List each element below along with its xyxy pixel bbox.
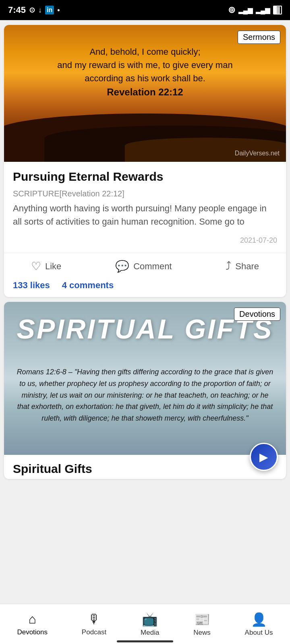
card2-image: SPIRITUAL GIFTS Romans 12:6-8 – "Having … [4,302,286,455]
download-icon: ↓ [38,6,42,14]
mic-icon: 🎙 [88,612,101,627]
card-date: 2021-07-20 [13,236,277,245]
sermons-tag[interactable]: Sermons [238,31,280,44]
news-icon: 📰 [194,612,210,627]
card2-title: Spiritual Gifts [4,455,286,479]
nav-news[interactable]: 📰 News [189,609,215,639]
person-icon: 👤 [251,612,267,627]
nav-devotions[interactable]: ⌂ Devotions [13,609,52,639]
nav-podcast-label: Podcast [82,628,106,636]
nav-media-label: Media [141,629,159,637]
share-icon: ⤴ [226,260,231,273]
status-time: 7:45 [8,5,26,15]
devotions-card: SPIRITUAL GIFTS Romans 12:6-8 – "Having … [4,302,286,479]
battery-icon: ▓ [273,6,282,14]
comment-icon: 💬 [115,260,129,273]
status-bar: 7:45 ⊙ ↓ in • ⊚ ▂▄▆ ▂▄▆ ▓ [0,0,290,20]
home-indicator [117,640,173,642]
status-right: ⊚ ▂▄▆ ▂▄▆ ▓ [228,5,282,15]
wifi-icon: ⊚ [228,5,235,15]
linkedin-icon: in [45,6,54,14]
image-background: And, behold, I come quickly; and my rewa… [4,25,286,162]
share-button[interactable]: ⤴ Share [220,258,265,275]
tv-icon: 📺 [142,612,158,627]
floating-play-button[interactable]: ▶ [250,443,278,471]
comment-label: Comment [133,261,172,272]
nav-news-label: News [193,629,211,637]
card-excerpt: Anything worth having is worth pursuing!… [13,202,277,228]
signal-icon: ▂▄▆ [238,6,253,14]
comments-count[interactable]: 4 comments [62,280,114,291]
nav-about-us[interactable]: 👤 About Us [241,609,277,639]
nav-devotions-label: Devotions [17,628,48,636]
like-label: Like [45,261,61,272]
like-button[interactable]: ♡ Like [25,257,67,275]
card2-image-bg: SPIRITUAL GIFTS Romans 12:6-8 – "Having … [4,302,286,455]
nav-about-label: About Us [245,629,273,637]
devotions-tag[interactable]: Devotions [234,308,280,321]
comment-button[interactable]: 💬 Comment [110,257,177,275]
dot-icon: • [57,6,60,14]
card-content: Pursuing Eternal Rewards SCRIPTURE[Revel… [4,162,286,253]
card-scripture: SCRIPTURE[Revelation 22:12] [13,189,277,198]
verse-credit: DailyVerses.net [235,150,280,157]
nav-podcast[interactable]: 🎙 Podcast [78,609,110,639]
spiritual-gifts-scripture: Romans 12:6-8 – "Having then gifts diffe… [16,366,274,424]
heart-icon: ♡ [31,260,41,273]
card-title: Pursuing Eternal Rewards [13,170,277,184]
nav-media[interactable]: 📺 Media [137,609,163,639]
play-icon: ▶ [259,450,268,464]
card-image: And, behold, I come quickly; and my rewa… [4,25,286,162]
verse-ref: Revelation 22:12 [107,87,183,97]
bottom-navigation: ⌂ Devotions 🎙 Podcast 📺 Media 📰 News 👤 A… [0,604,290,644]
sermon-card: And, behold, I come quickly; and my rewa… [4,25,286,297]
location-icon: ⊙ [29,6,35,14]
likes-count[interactable]: 133 likes [13,280,50,291]
card-actions: ♡ Like 💬 Comment ⤴ Share [4,253,286,278]
status-left: 7:45 ⊙ ↓ in • [8,5,60,15]
signal2-icon: ▂▄▆ [256,6,270,14]
verse-overlay: And, behold, I come quickly; and my rewa… [4,45,286,99]
share-label: Share [235,261,259,272]
card-stats: 133 likes 4 comments [4,278,286,297]
home-icon: ⌂ [29,612,36,627]
